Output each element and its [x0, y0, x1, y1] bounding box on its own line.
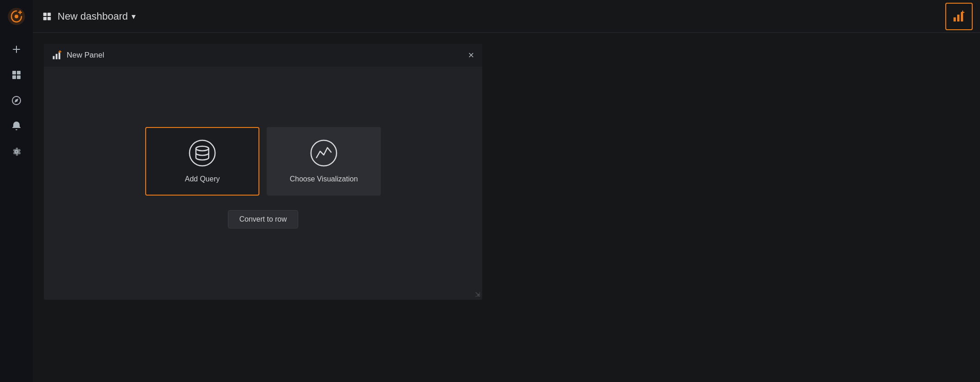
- svg-rect-4: [12, 75, 16, 79]
- svg-rect-7: [43, 12, 47, 16]
- new-panel-header: New Panel ×: [44, 44, 482, 67]
- gear-icon: [11, 146, 22, 157]
- topbar-title[interactable]: New dashboard ▾: [58, 11, 136, 22]
- topbar: New dashboard ▾: [33, 0, 980, 33]
- sidebar: [0, 0, 33, 382]
- new-panel-title-area: New Panel: [52, 50, 104, 60]
- resize-handle[interactable]: ⇲: [473, 289, 482, 300]
- sidebar-nav: [0, 33, 33, 163]
- svg-rect-11: [954, 17, 956, 21]
- svg-rect-14: [53, 56, 55, 59]
- add-panel-button[interactable]: [945, 3, 973, 30]
- compass-icon: [11, 95, 22, 106]
- grafana-logo-icon: [7, 7, 26, 26]
- new-panel-title-text: New Panel: [67, 51, 104, 60]
- svg-rect-2: [12, 71, 16, 74]
- svg-rect-15: [56, 54, 58, 59]
- svg-rect-12: [957, 15, 959, 21]
- sidebar-item-explore[interactable]: [5, 90, 27, 111]
- svg-point-17: [190, 140, 215, 166]
- sidebar-item-add[interactable]: [5, 38, 27, 60]
- grid-icon: [11, 69, 22, 80]
- new-panel-body: Add Query: [44, 67, 482, 289]
- new-panel: New Panel ×: [44, 44, 482, 300]
- sidebar-item-dashboards[interactable]: [5, 64, 27, 86]
- svg-rect-10: [47, 16, 51, 20]
- svg-rect-5: [17, 75, 21, 79]
- dashboard-content: New Panel ×: [33, 33, 980, 382]
- choose-visualization-card[interactable]: Choose Visualization: [267, 127, 381, 196]
- choose-visualization-label: Choose Visualization: [290, 175, 358, 183]
- svg-point-1: [15, 15, 18, 18]
- convert-to-row-button[interactable]: Convert to row: [228, 210, 298, 228]
- panel-options-row: Add Query: [145, 127, 381, 196]
- dropdown-chevron-icon: ▾: [132, 11, 136, 21]
- database-icon: [189, 139, 216, 169]
- bell-icon: [11, 121, 22, 132]
- panel-icon: [52, 50, 62, 60]
- dashboard-title: New dashboard: [58, 11, 128, 22]
- plus-icon: [11, 44, 22, 55]
- sidebar-item-settings[interactable]: [5, 141, 27, 163]
- sidebar-item-alerting[interactable]: [5, 115, 27, 137]
- svg-point-19: [311, 140, 337, 166]
- close-panel-button[interactable]: ×: [468, 50, 474, 60]
- add-query-card[interactable]: Add Query: [145, 127, 259, 196]
- topbar-left: New dashboard ▾: [42, 11, 136, 22]
- svg-rect-9: [43, 16, 47, 20]
- add-query-label: Add Query: [185, 175, 220, 183]
- svg-rect-16: [58, 53, 60, 59]
- svg-rect-8: [47, 12, 51, 16]
- svg-point-18: [196, 146, 209, 151]
- add-panel-icon: [953, 10, 965, 23]
- chart-icon: [310, 139, 337, 169]
- svg-rect-3: [17, 71, 21, 74]
- dashboard-grid-icon: [42, 11, 52, 21]
- main: New dashboard ▾: [33, 0, 980, 382]
- sidebar-logo[interactable]: [0, 0, 33, 33]
